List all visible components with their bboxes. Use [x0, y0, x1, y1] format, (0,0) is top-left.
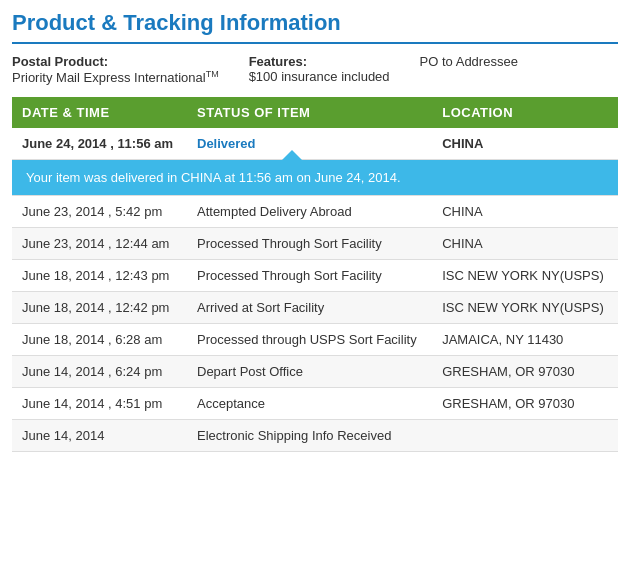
row-location: CHINA: [432, 196, 618, 228]
row-status: Arrived at Sort Facility: [187, 292, 432, 324]
row-date: June 14, 2014: [12, 420, 187, 452]
delivery-banner-text: Your item was delivered in CHINA at 11:5…: [26, 170, 401, 185]
row-location: JAMAICA, NY 11430: [432, 324, 618, 356]
row-date: June 18, 2014 , 12:42 pm: [12, 292, 187, 324]
row-status: Processed through USPS Sort Facility: [187, 324, 432, 356]
delivery-banner-row: Your item was delivered in CHINA at 11:5…: [12, 160, 618, 196]
table-row: June 14, 2014 , 6:24 pmDepart Post Offic…: [12, 356, 618, 388]
row-location: CHINA: [432, 228, 618, 260]
table-row: June 23, 2014 , 5:42 pmAttempted Deliver…: [12, 196, 618, 228]
table-row: June 14, 2014 , 4:51 pmAcceptanceGRESHAM…: [12, 388, 618, 420]
page-container: Product & Tracking Information Postal Pr…: [0, 0, 630, 462]
delivery-banner: Your item was delivered in CHINA at 11:5…: [12, 160, 618, 195]
row-status: Attempted Delivery Abroad: [187, 196, 432, 228]
table-row: June 18, 2014 , 12:42 pmArrived at Sort …: [12, 292, 618, 324]
row-status: Electronic Shipping Info Received: [187, 420, 432, 452]
delivered-status: Delivered: [187, 128, 432, 160]
table-header-row: DATE & TIME STATUS OF ITEM LOCATION: [12, 97, 618, 128]
row-location: ISC NEW YORK NY(USPS): [432, 260, 618, 292]
row-date: June 23, 2014 , 5:42 pm: [12, 196, 187, 228]
postal-product-value: Priority Mail Express InternationalTM: [12, 70, 219, 85]
postal-product-meta: Postal Product: Priority Mail Express In…: [12, 54, 219, 85]
row-status: Depart Post Office: [187, 356, 432, 388]
features-label: Features:: [249, 54, 390, 69]
table-row: June 23, 2014 , 12:44 amProcessed Throug…: [12, 228, 618, 260]
row-status: Acceptance: [187, 388, 432, 420]
delivered-location: CHINA: [432, 128, 618, 160]
row-location: ISC NEW YORK NY(USPS): [432, 292, 618, 324]
postal-product-label: Postal Product:: [12, 54, 219, 69]
table-row: June 18, 2014 , 12:43 pmProcessed Throug…: [12, 260, 618, 292]
delivery-banner-cell: Your item was delivered in CHINA at 11:5…: [12, 160, 618, 196]
po-label: PO to Addressee: [420, 54, 518, 69]
row-location: GRESHAM, OR 97030: [432, 356, 618, 388]
col-date: DATE & TIME: [12, 97, 187, 128]
po-meta: PO to Addressee: [420, 54, 518, 85]
row-location: GRESHAM, OR 97030: [432, 388, 618, 420]
row-date: June 14, 2014 , 6:24 pm: [12, 356, 187, 388]
features-value: $100 insurance included: [249, 69, 390, 84]
tracking-table: DATE & TIME STATUS OF ITEM LOCATION June…: [12, 97, 618, 452]
row-date: June 18, 2014 , 12:43 pm: [12, 260, 187, 292]
row-status: Processed Through Sort Facility: [187, 228, 432, 260]
col-status: STATUS OF ITEM: [187, 97, 432, 128]
row-status: Processed Through Sort Facility: [187, 260, 432, 292]
meta-row: Postal Product: Priority Mail Express In…: [12, 54, 618, 85]
row-location: [432, 420, 618, 452]
features-meta: Features: $100 insurance included: [249, 54, 390, 85]
table-row: June 14, 2014Electronic Shipping Info Re…: [12, 420, 618, 452]
table-row: June 18, 2014 , 6:28 amProcessed through…: [12, 324, 618, 356]
row-date: June 18, 2014 , 6:28 am: [12, 324, 187, 356]
row-date: June 14, 2014 , 4:51 pm: [12, 388, 187, 420]
row-date: June 23, 2014 , 12:44 am: [12, 228, 187, 260]
page-title: Product & Tracking Information: [12, 10, 618, 44]
col-location: LOCATION: [432, 97, 618, 128]
delivered-row: June 24, 2014 , 11:56 am Delivered CHINA: [12, 128, 618, 160]
delivered-date: June 24, 2014 , 11:56 am: [12, 128, 187, 160]
